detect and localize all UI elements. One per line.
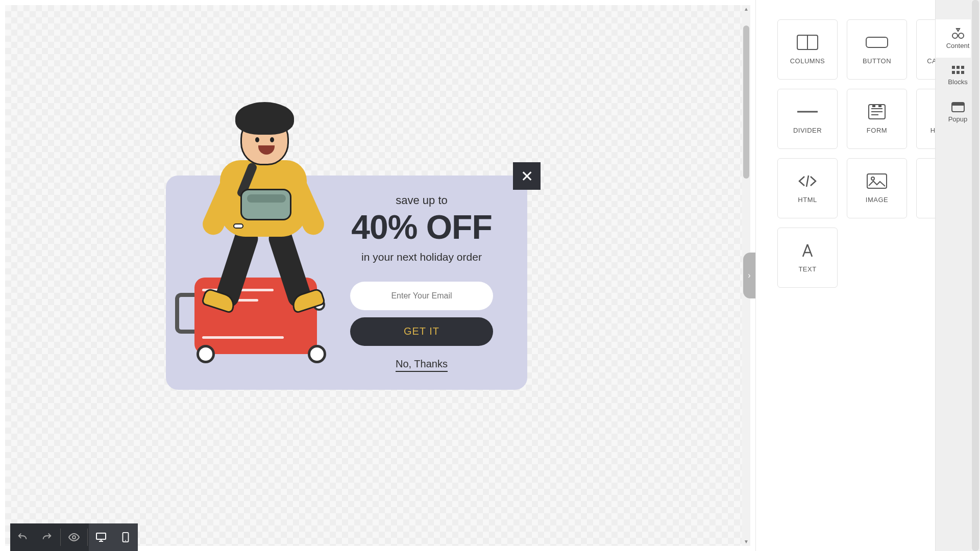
svg-rect-15 bbox=[878, 105, 881, 107]
undo-button[interactable] bbox=[10, 523, 35, 551]
svg-rect-16 bbox=[867, 174, 887, 188]
undo-icon bbox=[17, 532, 28, 543]
svg-rect-30 bbox=[952, 103, 964, 106]
scroll-thumb[interactable] bbox=[743, 26, 749, 179]
html-icon bbox=[796, 173, 819, 189]
svg-rect-14 bbox=[872, 105, 875, 107]
svg-rect-28 bbox=[961, 71, 964, 74]
popup-subtitle[interactable]: in your next holiday order bbox=[361, 251, 482, 263]
page-scrollbar[interactable] bbox=[971, 0, 980, 551]
editor-canvas[interactable]: ▲ ▼ ✕ bbox=[5, 5, 750, 546]
block-label: IMAGE bbox=[866, 196, 888, 204]
content-icon bbox=[951, 28, 965, 39]
scroll-up-arrow[interactable]: ▲ bbox=[742, 5, 750, 13]
popup-overline[interactable]: save up to bbox=[396, 194, 448, 207]
editor-canvas-wrap: ▲ ▼ ✕ bbox=[0, 0, 755, 551]
popup-illustration-column bbox=[166, 176, 324, 390]
svg-point-3 bbox=[125, 540, 126, 541]
block-columns[interactable]: COLUMNS bbox=[777, 19, 838, 80]
image-icon bbox=[866, 173, 888, 189]
popup-icon bbox=[951, 102, 965, 112]
popup-close-button[interactable]: ✕ bbox=[513, 162, 541, 190]
block-label: DIVIDER bbox=[793, 127, 822, 134]
block-divider[interactable]: DIVIDER bbox=[777, 89, 838, 149]
svg-rect-26 bbox=[952, 71, 955, 74]
columns-icon bbox=[796, 35, 819, 50]
svg-point-0 bbox=[72, 536, 76, 539]
block-html[interactable]: HTML bbox=[777, 158, 838, 218]
eye-icon bbox=[68, 531, 80, 543]
popup-card[interactable]: ✕ bbox=[166, 176, 527, 390]
email-input[interactable] bbox=[350, 282, 493, 310]
redo-icon bbox=[41, 532, 53, 543]
redo-button[interactable] bbox=[35, 523, 59, 551]
rail-label: Blocks bbox=[948, 78, 967, 86]
block-label: TEXT bbox=[798, 265, 816, 273]
dismiss-link[interactable]: No, Thanks bbox=[396, 358, 448, 372]
blocks-icon bbox=[952, 66, 964, 75]
right-sidebar: COLUMNS BUTTON ⚡ CAROUSEL DIVIDER bbox=[755, 0, 980, 551]
page-scroll-thumb[interactable] bbox=[972, 0, 979, 551]
rail-label: Content bbox=[946, 42, 970, 49]
text-icon bbox=[796, 243, 819, 258]
submit-button[interactable]: GET IT bbox=[350, 317, 493, 346]
collapse-sidebar-handle[interactable]: › bbox=[743, 253, 755, 298]
svg-rect-25 bbox=[961, 66, 964, 69]
mobile-view-button[interactable] bbox=[113, 523, 138, 551]
popup-content-column: save up to 40% OFF in your next holiday … bbox=[324, 176, 527, 390]
svg-rect-23 bbox=[952, 66, 955, 69]
svg-point-22 bbox=[959, 33, 964, 38]
svg-rect-27 bbox=[957, 71, 960, 74]
block-label: COLUMNS bbox=[790, 57, 825, 65]
block-text[interactable]: TEXT bbox=[777, 228, 838, 288]
svg-point-17 bbox=[871, 177, 874, 180]
block-label: HTML bbox=[798, 196, 817, 204]
button-icon bbox=[866, 35, 888, 50]
popup-headline[interactable]: 40% OFF bbox=[351, 210, 492, 244]
divider-icon bbox=[796, 104, 819, 119]
bottom-toolbar bbox=[10, 523, 138, 551]
svg-rect-24 bbox=[957, 66, 960, 69]
form-icon bbox=[866, 104, 888, 119]
desktop-view-button[interactable] bbox=[89, 523, 113, 551]
block-form[interactable]: FORM bbox=[847, 89, 907, 149]
block-image[interactable]: IMAGE bbox=[847, 158, 907, 218]
mobile-icon bbox=[121, 532, 130, 543]
chevron-right-icon: › bbox=[748, 271, 750, 280]
traveler-illustration bbox=[164, 130, 342, 374]
block-button[interactable]: BUTTON bbox=[847, 19, 907, 80]
scroll-down-arrow[interactable]: ▼ bbox=[742, 538, 750, 546]
desktop-icon bbox=[95, 531, 107, 543]
toolbar-separator bbox=[87, 529, 88, 546]
svg-rect-6 bbox=[866, 37, 888, 47]
rail-label: Popup bbox=[948, 115, 968, 123]
svg-point-21 bbox=[952, 33, 958, 38]
preview-button[interactable] bbox=[62, 523, 86, 551]
toolbar-separator bbox=[60, 529, 61, 546]
app-root: ▲ ▼ ✕ bbox=[0, 0, 980, 551]
svg-rect-1 bbox=[96, 533, 106, 539]
block-label: BUTTON bbox=[863, 57, 891, 65]
block-label: FORM bbox=[867, 127, 887, 134]
close-icon: ✕ bbox=[521, 167, 533, 185]
